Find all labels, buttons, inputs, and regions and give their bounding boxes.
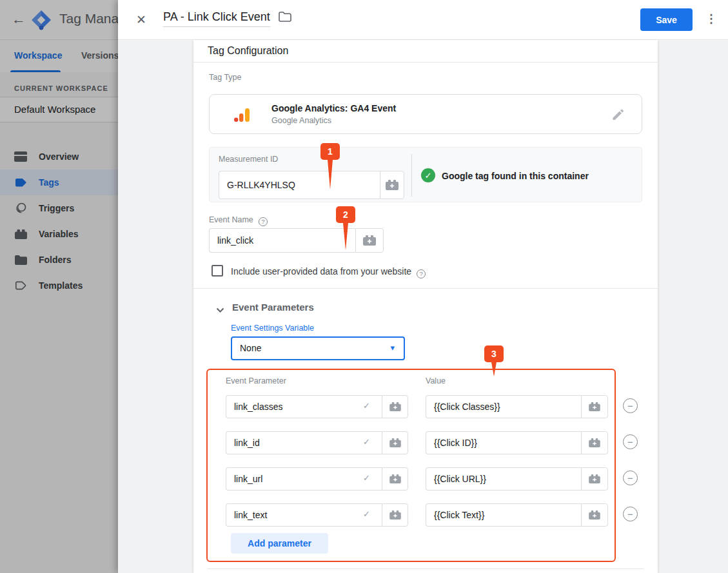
parameter-row: ✓ xyxy=(208,395,615,418)
modal-dim-overlay xyxy=(0,0,118,573)
help-icon[interactable]: ? xyxy=(417,269,426,278)
remove-row-button[interactable]: − xyxy=(623,398,638,413)
gtm-screen: ← Tag Mana Workspace Versions CURRENT WO… xyxy=(0,0,728,573)
save-button[interactable]: Save xyxy=(640,8,693,31)
annotation-marker-1: 1 xyxy=(320,143,340,189)
parameter-table-highlight: Event Parameter Value ✓ xyxy=(206,369,616,562)
variable-picker-button[interactable] xyxy=(581,467,608,490)
valid-check-icon: ✓ xyxy=(363,473,370,483)
variable-picker-button[interactable] xyxy=(581,395,608,418)
event-settings-variable-label: Event Settings Variable xyxy=(231,324,314,333)
value-input[interactable] xyxy=(426,467,581,490)
tag-editor-dialog: ✕ PA - Link Click Event Save ⋮ Tag Confi… xyxy=(118,0,728,573)
divider xyxy=(411,154,412,197)
close-icon[interactable]: ✕ xyxy=(133,11,150,28)
parameter-row: ✓ xyxy=(208,503,615,527)
help-icon[interactable]: ? xyxy=(259,217,268,226)
value-input[interactable] xyxy=(426,431,581,454)
remove-row-button[interactable]: − xyxy=(623,507,638,521)
value-input[interactable] xyxy=(426,503,581,527)
valid-check-icon: ✓ xyxy=(363,401,370,411)
measurement-id-input[interactable] xyxy=(219,171,380,199)
variable-picker-button[interactable] xyxy=(382,467,408,490)
more-options-icon[interactable]: ⋮ xyxy=(703,12,719,28)
esv-selected-value: None xyxy=(240,343,261,353)
dialog-topbar: ✕ PA - Link Click Event Save ⋮ xyxy=(118,0,728,40)
variable-picker-button[interactable] xyxy=(355,228,384,253)
variable-picker-button[interactable] xyxy=(382,395,408,418)
measurement-id-label: Measurement ID xyxy=(219,155,278,164)
event-parameter-input[interactable] xyxy=(226,431,382,454)
divider xyxy=(193,288,658,289)
column-header-parameter: Event Parameter xyxy=(226,376,286,385)
event-name-group xyxy=(209,228,384,253)
column-header-value: Value xyxy=(426,376,446,385)
parameter-row: ✓ xyxy=(208,431,615,454)
measurement-panel: Measurement ID ✓ Google tag found in thi… xyxy=(209,147,642,202)
event-name-input[interactable] xyxy=(209,228,355,253)
remove-row-button[interactable]: − xyxy=(623,471,638,485)
annotation-marker-3: 3 xyxy=(484,345,504,376)
event-parameter-input[interactable] xyxy=(226,467,382,490)
annotation-marker-2: 2 xyxy=(336,206,355,250)
divider xyxy=(193,62,658,63)
google-tag-status: Google tag found in this container xyxy=(442,171,589,181)
variable-picker-button[interactable] xyxy=(382,431,408,454)
valid-check-icon: ✓ xyxy=(363,437,370,447)
variable-picker-button[interactable] xyxy=(581,431,608,454)
variable-picker-button[interactable] xyxy=(380,171,404,199)
google-analytics-icon xyxy=(233,105,252,127)
event-parameters-heading[interactable]: Event Parameters xyxy=(232,302,314,313)
tag-type-vendor: Google Analytics xyxy=(271,116,331,125)
tag-name-title[interactable]: PA - Link Click Event xyxy=(163,10,270,27)
event-parameter-input[interactable] xyxy=(226,395,382,418)
valid-check-icon: ✓ xyxy=(363,509,370,519)
parameter-row: ✓ xyxy=(208,467,615,490)
edit-pencil-icon[interactable] xyxy=(611,108,625,124)
user-data-checkbox-label: Include user-provided data from your web… xyxy=(231,266,426,278)
event-parameter-input[interactable] xyxy=(226,503,382,527)
tag-configuration-card: Tag Configuration Tag Type Google Analyt… xyxy=(193,40,658,573)
folder-icon[interactable] xyxy=(279,12,291,24)
tag-type-label: Tag Type xyxy=(209,73,242,82)
variable-picker-button[interactable] xyxy=(581,503,608,527)
value-input[interactable] xyxy=(426,395,581,418)
event-settings-variable-select[interactable]: None ▾ xyxy=(231,336,405,360)
chevron-down-icon[interactable] xyxy=(216,304,224,316)
variable-picker-button[interactable] xyxy=(382,503,408,527)
remove-row-button[interactable]: − xyxy=(623,434,638,449)
measurement-id-group xyxy=(219,171,404,199)
user-data-checkbox[interactable] xyxy=(212,265,223,277)
divider xyxy=(208,568,644,569)
add-parameter-button[interactable]: Add parameter xyxy=(231,533,328,554)
event-name-label: Event Name? xyxy=(209,215,268,226)
section-title: Tag Configuration xyxy=(208,45,288,57)
tag-type-selector[interactable]: Google Analytics: GA4 Event Google Analy… xyxy=(209,94,642,134)
dropdown-caret-icon: ▾ xyxy=(390,343,395,353)
tag-type-name: Google Analytics: GA4 Event xyxy=(271,103,396,113)
status-check-icon: ✓ xyxy=(421,168,435,182)
